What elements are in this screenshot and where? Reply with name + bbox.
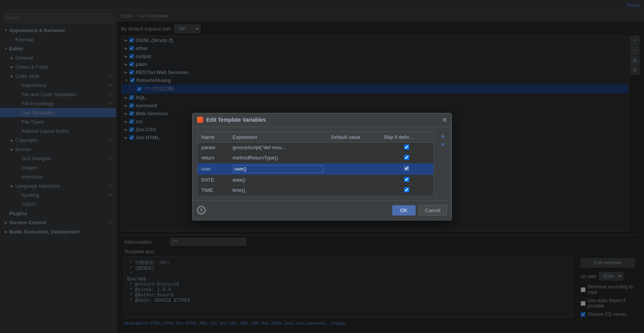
var-name-cell: DATE [197, 175, 229, 185]
move-down-button[interactable]: ▼ [439, 141, 447, 148]
var-default-cell[interactable] [327, 175, 380, 185]
dialog-button-group: OK Cancel [392, 205, 447, 216]
table-row[interactable]: DATEdate() [197, 175, 434, 185]
edit-template-variables-dialog: Edit Template Variables ✕ Name Expressio… [192, 113, 452, 220]
var-name-cell: return [197, 153, 229, 163]
var-expression-cell[interactable] [229, 163, 327, 175]
var-skip-cell[interactable] [380, 153, 434, 163]
var-skip-checkbox[interactable] [404, 166, 409, 171]
col-expression: Expression [229, 132, 327, 142]
help-icon[interactable]: ? [197, 206, 205, 214]
var-expression-cell[interactable]: methodReturnType() [229, 153, 327, 163]
dialog-actions: ? OK Cancel [193, 200, 451, 220]
var-skip-cell[interactable] [380, 163, 434, 175]
dialog-arrows: ▲ ▼ [439, 132, 447, 196]
variables-table: Name Expression Default value Skip if de… [197, 132, 434, 196]
var-default-cell[interactable] [327, 142, 380, 153]
variables-table-body: paramgroovyScript("def resu...returnmeth… [197, 142, 434, 195]
var-name-cell: param [197, 142, 229, 153]
var-name-cell: user [197, 163, 229, 175]
table-row[interactable]: returnmethodReturnType() [197, 153, 434, 163]
dialog-close-button[interactable]: ✕ [442, 116, 447, 124]
col-default-value: Default value [327, 132, 380, 142]
var-default-cell[interactable] [327, 185, 380, 195]
var-expression-input[interactable] [233, 165, 324, 173]
var-expression-cell[interactable]: time() [229, 185, 327, 195]
var-expression-cell[interactable]: date() [229, 175, 327, 185]
var-skip-cell[interactable] [380, 142, 434, 153]
cancel-button[interactable]: Cancel [419, 205, 447, 216]
var-skip-checkbox[interactable] [404, 177, 409, 182]
table-row[interactable]: paramgroovyScript("def resu... [197, 142, 434, 153]
var-name-cell: TIME [197, 185, 229, 195]
var-skip-checkbox[interactable] [404, 145, 409, 150]
col-skip: Skip if defin... [380, 132, 434, 142]
var-default-cell[interactable] [327, 163, 380, 175]
ok-button[interactable]: OK [392, 205, 416, 216]
var-skip-cell[interactable] [380, 185, 434, 195]
dialog-title-text: Edit Template Variables [206, 117, 266, 123]
move-up-button[interactable]: ▲ [439, 132, 447, 139]
table-with-arrows: Name Expression Default value Skip if de… [197, 132, 447, 196]
var-skip-checkbox[interactable] [404, 155, 409, 160]
dialog-logo-icon [197, 117, 203, 123]
table-row[interactable]: TIMEtime() [197, 185, 434, 195]
col-name: Name [197, 132, 229, 142]
var-default-cell[interactable] [327, 153, 380, 163]
var-skip-checkbox[interactable] [404, 187, 409, 192]
dialog-body: Name Expression Default value Skip if de… [193, 127, 451, 200]
dialog-title-bar: Edit Template Variables ✕ [193, 113, 451, 127]
dialog-overlay: Edit Template Variables ✕ Name Expressio… [0, 0, 644, 333]
var-expression-cell[interactable]: groovyScript("def resu... [229, 142, 327, 153]
dialog-title: Edit Template Variables [197, 117, 266, 123]
var-skip-cell[interactable] [380, 175, 434, 185]
table-row[interactable]: user [197, 163, 434, 175]
